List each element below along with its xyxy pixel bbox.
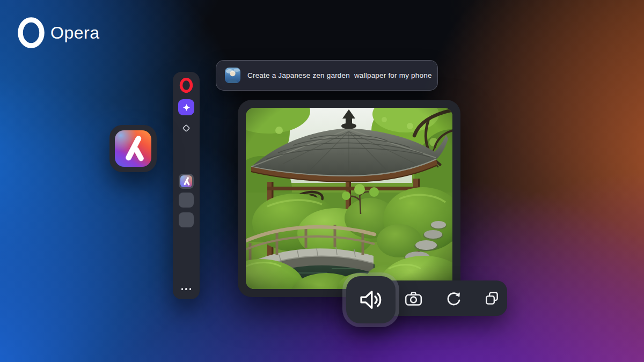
zen-garden-image [246,108,452,289]
browser-sidebar [173,72,200,299]
opera-ring-icon [16,17,46,48]
capture-button[interactable] [400,280,427,316]
diamond-outline-icon [181,123,191,133]
opera-logo: Opera [16,17,99,48]
regenerate-button[interactable] [440,280,467,316]
refresh-icon [446,291,462,306]
camera-icon [405,291,422,306]
opera-o-icon [179,78,194,93]
user-avatar [225,68,240,83]
sidebar-item-diamond[interactable] [181,123,191,133]
sidebar-item-aria-app[interactable] [179,174,194,189]
copy-button[interactable] [478,280,505,316]
sidebar-placeholder-tile [179,193,194,208]
sidebar-item-opera-menu[interactable] [179,78,194,93]
copy-icon [484,291,500,306]
sidebar-item-aria-ai[interactable] [178,99,194,115]
read-aloud-button[interactable] [346,276,396,323]
prompt-bubble: Create a Japanese zen garden wallpaper f… [216,60,438,91]
aria-logo-icon [115,130,151,167]
aria-logo-icon [180,175,192,187]
prompt-text: Create a Japanese zen garden wallpaper f… [247,71,432,79]
aria-app-tile[interactable] [109,125,157,172]
generated-image-card [238,100,460,297]
ellipsis-icon [181,288,184,290]
sidebar-more-button[interactable] [173,285,200,293]
speaker-icon [357,288,384,312]
sparkle-icon [182,103,191,112]
sidebar-placeholder-tile [179,212,194,227]
opera-wordmark: Opera [50,23,99,43]
opera-aria-promo: Opera Create a Japanese zen garden wallp… [0,0,644,362]
